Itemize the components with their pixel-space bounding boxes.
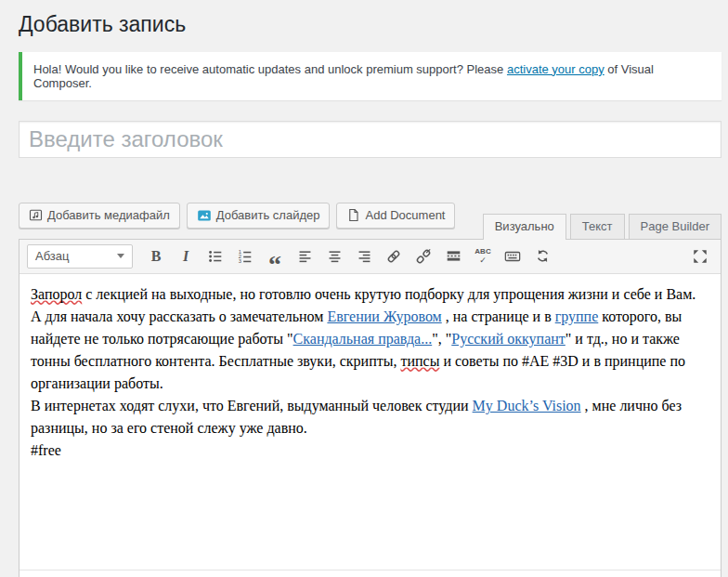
content-text: Запорол [31, 286, 82, 302]
unlink-icon [415, 248, 432, 265]
refresh-icon [535, 248, 551, 264]
numbered-list-icon: 123 [237, 248, 254, 265]
align-left-icon [297, 248, 313, 264]
notice-text-before: Hola! Would you like to receive automati… [33, 62, 507, 76]
blockquote-button[interactable]: “ [262, 244, 288, 269]
add-media-label: Добавить медиафайл [47, 208, 170, 222]
editor-status-bar: Количество слов: 89 [20, 570, 721, 577]
slider-icon [197, 208, 212, 223]
spellcheck-button[interactable]: ABC ✓ [470, 244, 496, 269]
add-media-button[interactable]: Добавить медиафайл [19, 203, 180, 229]
italic-icon: I [183, 248, 188, 265]
bullet-list-button[interactable] [202, 244, 228, 269]
spellcheck-abc-label: ABC [474, 248, 490, 256]
add-post-page: Добавить запись Hola! Would you like to … [0, 0, 728, 577]
title-field-wrap [19, 121, 722, 158]
content-text: типсы [400, 353, 439, 369]
bullet-list-icon [207, 248, 224, 265]
content-link[interactable]: Скандальная правда... [293, 331, 433, 347]
editor-paragraph: #free [31, 439, 709, 462]
media-buttons: Добавить медиафайл Добавить слайдер Add … [19, 203, 455, 229]
chevron-down-icon [117, 254, 124, 258]
content-text: А для начала хочу рассказать о замечател… [31, 308, 327, 324]
refresh-button[interactable] [529, 244, 555, 269]
fullscreen-icon [692, 248, 708, 265]
activate-copy-link[interactable]: activate your copy [507, 62, 604, 76]
add-slider-label: Добавить слайдер [216, 208, 320, 222]
format-select-value: Абзац [35, 249, 69, 263]
content-text: с лекцией на выходные, но готовлю очень … [82, 286, 696, 302]
align-center-button[interactable] [321, 244, 347, 269]
check-icon: ✓ [479, 256, 487, 265]
add-document-button[interactable]: Add Document [336, 203, 455, 229]
editor-content[interactable]: Запорол с лекцией на выходные, но готовл… [20, 274, 721, 570]
numbered-list-button[interactable]: 123 [232, 244, 258, 269]
add-slider-button[interactable]: Добавить слайдер [187, 203, 331, 229]
tab-page-builder[interactable]: Page Builder [629, 214, 722, 239]
editor-paragraph: Запорол с лекцией на выходные, но готовл… [31, 283, 709, 306]
bold-button[interactable]: B [143, 244, 169, 269]
align-left-button[interactable] [292, 244, 318, 269]
add-document-label: Add Document [365, 208, 445, 222]
editor-paragraph: В интернетах ходят слухи, что Евгений, в… [31, 395, 709, 439]
content-text: #free [31, 442, 61, 458]
keyboard-shortcuts-button[interactable] [500, 244, 526, 269]
paragraph-format-select[interactable]: Абзац [27, 244, 133, 269]
editor-toolbar: Абзац B I 123 “ [20, 240, 721, 274]
tab-visual[interactable]: Визуально [483, 214, 566, 240]
content-link[interactable]: Евгении Журовом [327, 308, 441, 324]
svg-text:3: 3 [239, 258, 241, 264]
insert-link-button[interactable] [381, 244, 407, 269]
post-title-input[interactable] [19, 121, 722, 158]
content-link[interactable]: Русский оккупант [451, 331, 566, 347]
content-text: В интернетах ходят слухи, что Евгений, в… [31, 398, 473, 413]
editor-container: Абзац B I 123 “ [19, 239, 722, 577]
content-link[interactable]: группе [555, 308, 599, 324]
link-icon [385, 248, 402, 265]
notice-text: Hola! Would you like to receive automati… [33, 62, 710, 90]
editor-top-row: Добавить медиафайл Добавить слайдер Add … [19, 203, 722, 239]
align-center-icon [327, 248, 343, 264]
spellcheck-icon: ABC ✓ [474, 248, 490, 265]
media-icon [29, 208, 43, 222]
remove-link-button[interactable] [410, 244, 436, 269]
editor-paragraph: А для начала хочу рассказать о замечател… [31, 306, 709, 395]
vc-activation-notice: Hola! Would you like to receive automati… [19, 52, 722, 100]
editor-tabs: Визуально Текст Page Builder [479, 214, 722, 239]
read-more-icon [446, 248, 462, 264]
fullscreen-button[interactable] [687, 244, 713, 269]
tab-text[interactable]: Текст [570, 214, 625, 239]
bold-icon: B [151, 248, 162, 265]
content-link[interactable]: My Duck’s Vision [473, 398, 581, 413]
document-icon [346, 208, 360, 222]
italic-button[interactable]: I [173, 244, 199, 269]
align-right-icon [357, 248, 372, 264]
page-title: Добавить запись [19, 7, 722, 48]
content-text: ", " [432, 331, 451, 347]
align-right-button[interactable] [351, 244, 377, 269]
content-text: , на странице и в [442, 308, 555, 324]
read-more-button[interactable] [440, 244, 466, 269]
keyboard-icon [504, 248, 521, 265]
